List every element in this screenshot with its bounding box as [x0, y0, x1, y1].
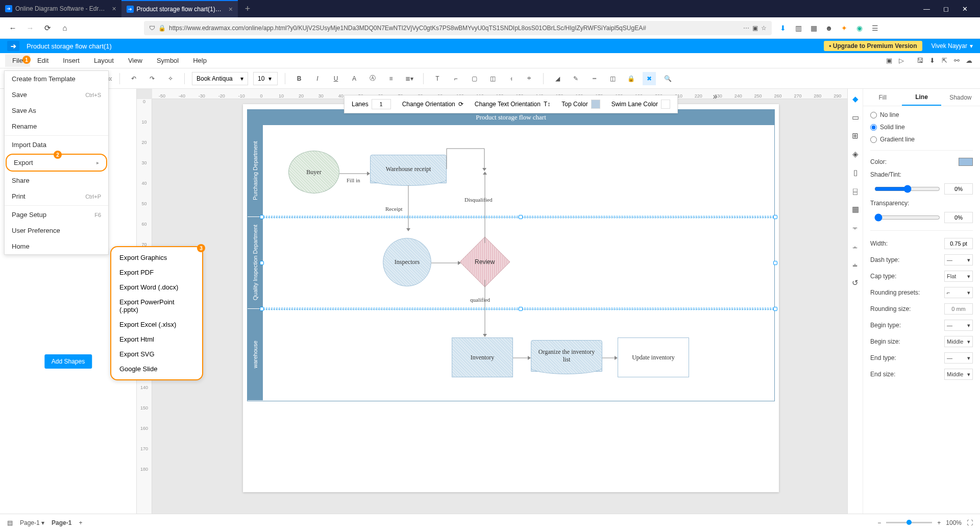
history-panel-icon[interactable]: ↺ [850, 278, 861, 288]
ext2-icon[interactable]: ✦ [839, 23, 849, 33]
tools-icon[interactable]: ✖ [643, 72, 656, 85]
menu-help[interactable]: Help [186, 54, 214, 67]
image-panel-icon[interactable]: ▦ [850, 204, 861, 214]
reader-icon[interactable]: ▣ [752, 25, 758, 32]
save-icon[interactable]: 🖫 [914, 55, 926, 67]
cloud-icon[interactable]: ☁ [963, 55, 975, 67]
shape-inspectors[interactable]: Inspectors [383, 238, 431, 286]
grid-panel-icon[interactable]: ⊞ [850, 131, 861, 141]
export-graphics[interactable]: Export Graphics [111, 250, 202, 265]
text-highlight-button[interactable]: Ⓐ [366, 72, 379, 85]
text-tool-icon[interactable]: T [431, 72, 444, 85]
italic-button[interactable]: I [311, 72, 324, 85]
menu-view[interactable]: View [121, 54, 150, 67]
menu-save-as[interactable]: Save As [5, 103, 108, 118]
export-html[interactable]: Export Html [111, 332, 202, 347]
page-tab-active[interactable]: Page-1 [52, 519, 71, 526]
swimlane-container[interactable]: Product storage flow chart Purchasing De… [247, 109, 775, 401]
width-value[interactable] [944, 238, 973, 249]
container2-icon[interactable]: ◫ [486, 72, 499, 85]
close-window-icon[interactable]: ✕ [962, 5, 968, 13]
cap-combo[interactable]: Flat▾ [944, 271, 973, 282]
bold-button[interactable]: B [292, 72, 306, 85]
download-local-icon[interactable]: ⬇ [926, 55, 938, 67]
upgrade-button[interactable]: • Upgrade to Premium Version [824, 41, 922, 51]
export-icon[interactable]: ⇱ [938, 55, 950, 67]
app-logo-icon[interactable]: ➔ [7, 41, 19, 51]
font-color-button[interactable]: A [348, 72, 361, 85]
align-panel-icon[interactable]: ⫠ [850, 241, 861, 251]
ext3-icon[interactable]: ◉ [854, 23, 865, 33]
export-powerpoint[interactable]: Export PowerPoint (.pptx) [111, 295, 202, 317]
radio-solid-line[interactable]: Solid line [870, 124, 973, 131]
top-color-button[interactable]: Top Color [561, 100, 600, 109]
arrange-panel-icon[interactable]: ⫟ [850, 223, 861, 233]
end-type-combo[interactable]: —▾ [944, 352, 973, 364]
change-orientation-button[interactable]: Change Orientation⟳ [402, 101, 463, 108]
shape-warehouse-receipt[interactable]: Warehouse receipt [370, 155, 447, 183]
rounding-preset-combo[interactable]: ⌐▾ [944, 287, 973, 298]
menu-insert[interactable]: Insert [56, 54, 87, 67]
reload-button[interactable]: ⟳ [42, 22, 53, 34]
tab-fill[interactable]: Fill [863, 89, 902, 106]
templates-panel-icon[interactable]: ▯ [850, 167, 861, 178]
fill-color-icon[interactable]: ◢ [551, 72, 564, 85]
dash-combo[interactable]: —▾ [944, 254, 973, 266]
close-icon[interactable]: × [229, 5, 233, 13]
font-family-select[interactable]: Book Antiqua ▾ [192, 72, 248, 85]
connector-icon[interactable]: ⌐ [449, 72, 462, 85]
layers-panel-icon[interactable]: ◈ [850, 149, 861, 159]
maximize-icon[interactable]: ◻ [943, 5, 949, 13]
menu-print[interactable]: PrintCtrl+P [5, 188, 108, 204]
account-icon[interactable]: ☻ [824, 23, 834, 33]
download-icon[interactable]: ⬇ [778, 23, 788, 33]
doc-title[interactable]: Product storage flow chart(1) [27, 42, 112, 50]
browser-tab-active[interactable]: ➔ Product storage flow chart(1)… × [121, 0, 238, 17]
page-select[interactable]: Page-1 ▾ [20, 519, 44, 526]
menu-layout[interactable]: Layout [87, 54, 121, 67]
fill-panel-icon[interactable]: ◆ [850, 94, 861, 104]
line-spacing-button[interactable]: ≣▾ [403, 72, 416, 85]
canvas-area[interactable]: » -50-40-30-20-1001020304050607080901001… [137, 89, 847, 514]
menu-save[interactable]: SaveCtrl+S [5, 87, 108, 103]
end-size-combo[interactable]: Middle▾ [944, 369, 973, 380]
redo-button[interactable]: ↷ [145, 72, 159, 85]
export-svg[interactable]: Export SVG [111, 347, 202, 361]
menu-home[interactable]: Home [5, 238, 108, 254]
minimize-icon[interactable]: — [923, 5, 930, 13]
menu-user-preference[interactable]: User Preference [5, 223, 108, 238]
menu-create-template[interactable]: Create from Template [5, 71, 108, 87]
begin-type-combo[interactable]: —▾ [944, 320, 973, 331]
share-icon[interactable]: ⚯ [950, 55, 963, 67]
outline-icon[interactable]: ▤ [7, 519, 13, 526]
transparency-slider[interactable] [874, 213, 940, 222]
change-text-orientation-button[interactable]: Change Text OrientationT↕ [475, 101, 551, 108]
line-style-icon[interactable]: ┉ [587, 72, 601, 85]
back-button[interactable]: ← [7, 22, 18, 34]
page-panel-icon[interactable]: ▭ [850, 112, 861, 123]
menu-rename[interactable]: Rename [5, 118, 108, 134]
shape-update-inventory[interactable]: Update inventory [618, 337, 689, 377]
close-icon[interactable]: × [112, 5, 116, 13]
add-page-button[interactable]: + [79, 519, 82, 526]
menu-icon[interactable]: ☰ [870, 23, 880, 33]
export-pdf[interactable]: Export PDF [111, 265, 202, 280]
new-tab-button[interactable]: + [238, 4, 258, 14]
undo-button[interactable]: ↶ [127, 72, 140, 85]
lock-icon[interactable]: 🔒 [624, 72, 638, 85]
begin-size-combo[interactable]: Middle▾ [944, 336, 973, 347]
align-button[interactable]: ≡ [384, 72, 398, 85]
forward-button[interactable]: → [24, 22, 36, 34]
shade-value[interactable] [944, 183, 973, 195]
zoom-in-button[interactable]: + [937, 519, 941, 526]
swimlane-color-button[interactable]: Swim Lane Color [611, 100, 670, 109]
bookmark-icon[interactable]: ☆ [761, 25, 767, 32]
format-painter-icon[interactable]: ✧ [164, 72, 177, 85]
rounding-size-value[interactable] [944, 303, 973, 315]
zoom-out-button[interactable]: − [877, 519, 881, 526]
fullscreen-icon[interactable]: ⛶ [967, 519, 973, 526]
zoom-slider-handle[interactable] [906, 520, 912, 525]
menu-file[interactable]: File 1 [5, 54, 30, 67]
export-google-slide[interactable]: Google Slide [111, 361, 202, 376]
shape-review[interactable]: Review [460, 237, 510, 287]
